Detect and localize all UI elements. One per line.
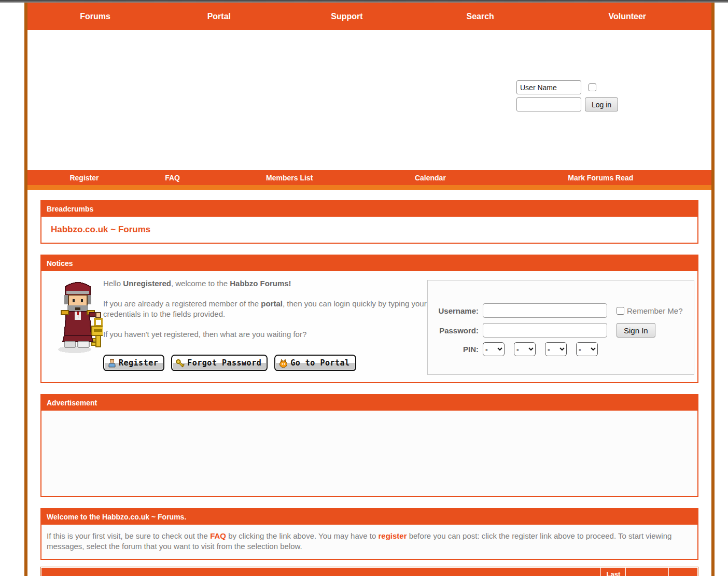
login-button[interactable]: Log in [585,97,618,111]
notice-register-prompt: If you haven't yet registered, then what… [103,329,427,340]
sub-navbar-accent-strip [27,185,711,190]
nav-register[interactable]: Register [69,174,99,182]
remember-me: Remember Me? [617,306,683,315]
advertisement-header: Advertisement [41,395,697,411]
nav-forums[interactable]: Forums [80,12,110,21]
remember-me-checkbox[interactable] [617,307,624,315]
pin-select-2[interactable]: - [514,342,536,356]
forum-page: Forums Portal Support Search Volunteer L… [24,3,715,576]
last-post-column-header: Last Post [601,568,625,576]
main-content: Breadcrumbs Habbzo.co.uk ~ Forums Notice… [27,190,711,576]
sub-navbar: Register FAQ Members List Calendar Mark … [27,170,711,185]
notices-login-box: Username: Remember Me? Password: Sign In [427,280,694,375]
main-navbar: Forums Portal Support Search Volunteer [27,3,711,30]
breadcrumbs-header: Breadcrumbs [41,201,697,217]
notice-greeting: Hello Unregistered, welcome to the Habbz… [103,278,427,289]
password-label: Password: [428,326,479,335]
forum-column-header [41,568,600,576]
forum-list-table: Last Post [40,567,698,576]
nav-members-list[interactable]: Members List [266,174,313,182]
notices-header: Notices [41,256,697,271]
sign-in-button[interactable]: Sign In [617,323,655,338]
forgot-password-button[interactable]: Forgot Password [171,355,268,371]
breadcrumb-home-link[interactable]: Habbzo.co.uk ~ Forums [51,224,150,234]
page-root: Forums Portal Support Search Volunteer L… [0,0,728,576]
portal-pet-icon [278,358,288,368]
go-to-portal-button[interactable]: Go to Portal [274,355,356,371]
forum-table-header-row: Last Post [41,568,697,576]
posts-column-header [669,568,697,576]
quick-password-input[interactable] [516,97,581,111]
quick-remember-checkbox[interactable] [589,83,596,91]
faq-link[interactable]: FAQ [210,531,226,540]
notice-login-info: If you are already a registered member o… [103,299,427,319]
notices-body: Hello Unregistered, welcome to the Habbz… [41,271,697,382]
quick-username-input[interactable] [516,80,581,94]
pin-select-3[interactable]: - [545,342,567,356]
nav-support[interactable]: Support [331,12,362,21]
register-button[interactable]: Register [103,355,164,371]
advertisement-panel: Advertisement [40,394,698,497]
breadcrumbs-panel: Breadcrumbs Habbzo.co.uk ~ Forums [40,200,698,244]
nav-calendar[interactable]: Calendar [415,174,446,182]
hotel-manager-character-image [53,280,103,353]
advertisement-body [41,411,697,496]
nav-portal[interactable]: Portal [207,12,231,21]
quick-login-form: Log in [516,80,618,115]
register-link[interactable]: register [378,531,407,540]
notice-buttons: Register Forgot Password [103,355,356,371]
nav-search[interactable]: Search [466,12,494,21]
welcome-panel: Welcome to the Habbzo.co.uk ~ Forums. If… [40,508,698,560]
breadcrumb: Habbzo.co.uk ~ Forums [41,217,697,243]
person-icon [107,358,117,368]
notices-panel: Notices [40,255,698,383]
pin-select-1[interactable]: - [483,342,505,356]
notice-text: Hello Unregistered, welcome to the Habbz… [103,278,427,349]
header-area: Log in [27,30,711,170]
username-field[interactable] [483,303,607,318]
password-field[interactable] [483,323,607,338]
pin-select-4[interactable]: - [576,342,598,356]
nav-faq[interactable]: FAQ [165,174,180,182]
key-icon [175,358,185,368]
pin-label: PIN: [428,345,479,354]
nav-volunteer[interactable]: Volunteer [608,12,646,21]
welcome-body: If this is your first visit, be sure to … [41,525,697,559]
welcome-header: Welcome to the Habbzo.co.uk ~ Forums. [41,509,697,525]
nav-mark-forums-read[interactable]: Mark Forums Read [568,174,633,182]
username-label: Username: [428,306,479,315]
threads-column-header [626,568,668,576]
